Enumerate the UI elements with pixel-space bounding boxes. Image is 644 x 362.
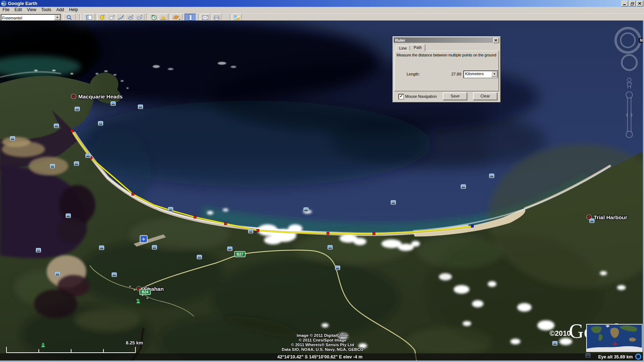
mouse-navigation-label: Mouse Navigation xyxy=(405,94,437,98)
checkmark-icon: ✓ xyxy=(399,94,403,98)
photo-icon[interactable] xyxy=(328,245,333,249)
svg-text:Data SIO, NOAA, U.S. Navy, NGA: Data SIO, NOAA, U.S. Navy, NGA, GEBCO xyxy=(282,347,363,352)
image-overlay-icon xyxy=(128,15,133,20)
planets-button[interactable] xyxy=(171,14,182,21)
add-polygon-button[interactable] xyxy=(107,14,116,21)
path-vertex[interactable] xyxy=(373,233,375,235)
photo-icon[interactable] xyxy=(36,248,41,252)
photo-icon[interactable] xyxy=(168,207,173,211)
sunlight-button[interactable] xyxy=(158,14,168,21)
minimize-button[interactable] xyxy=(621,1,628,6)
search-dropdown-arrow-icon[interactable]: ▼ xyxy=(54,15,60,20)
photo-icon[interactable] xyxy=(489,174,494,178)
photo-icon[interactable] xyxy=(85,153,91,158)
path-vertex[interactable] xyxy=(194,216,196,219)
add-path-button[interactable] xyxy=(116,14,126,21)
photo-icon[interactable] xyxy=(99,246,104,250)
photo-icon[interactable] xyxy=(152,245,157,249)
photo-icon[interactable] xyxy=(138,105,143,109)
placemark-macquarie-heads[interactable]: Macquarie Heads xyxy=(71,93,123,100)
photo-icon[interactable] xyxy=(10,136,15,141)
photo-icon[interactable] xyxy=(54,124,59,128)
units-selected: Kilometers xyxy=(465,72,484,76)
path-vertex[interactable] xyxy=(257,229,259,232)
view-in-google-maps-button[interactable] xyxy=(232,14,242,21)
mouse-navigation-checkbox[interactable]: ✓ xyxy=(398,94,404,100)
photo-icon[interactable] xyxy=(461,184,466,189)
photo-icon[interactable] xyxy=(335,266,340,270)
menu-edit[interactable]: Edit xyxy=(12,7,24,13)
photo-icon[interactable] xyxy=(197,255,202,259)
photo-icon[interactable] xyxy=(98,121,103,125)
search-icon xyxy=(66,15,72,20)
historical-imagery-button[interactable] xyxy=(149,14,159,21)
ruler-dialog-title: Ruler xyxy=(395,38,405,42)
photo-icon[interactable] xyxy=(304,207,309,212)
close-button[interactable] xyxy=(636,1,643,6)
add-placemark-button[interactable] xyxy=(97,14,107,21)
route-shield-b27: B27 xyxy=(235,252,245,257)
tab-path[interactable]: Path xyxy=(410,44,425,51)
google-maps-icon xyxy=(234,15,240,20)
toggle-sidebar-button[interactable] xyxy=(84,14,94,21)
title-bar[interactable]: Google Earth xyxy=(0,0,644,7)
print-button[interactable] xyxy=(212,14,221,21)
path-vertex[interactable] xyxy=(327,232,329,235)
photo-icon[interactable] xyxy=(75,107,80,111)
path-vertex[interactable] xyxy=(132,193,134,196)
add-image-overlay-button[interactable] xyxy=(125,14,135,21)
path-end-vertex[interactable] xyxy=(471,225,474,228)
tab-line[interactable]: Line xyxy=(396,45,410,51)
path-vertex[interactable] xyxy=(71,130,73,132)
email-button[interactable] xyxy=(200,14,210,21)
ruler-dialog[interactable]: Ruler Line Path Measure the distance bet… xyxy=(393,36,501,102)
restore-button[interactable] xyxy=(629,1,636,6)
menu-tools[interactable]: Tools xyxy=(39,7,54,13)
clear-button[interactable]: Clear xyxy=(473,92,497,100)
length-label: Length: xyxy=(407,72,420,76)
close-icon xyxy=(638,2,641,5)
ruler-button[interactable] xyxy=(185,14,196,21)
ruler-close-button[interactable] xyxy=(493,38,499,43)
route-shield-b24: B24 xyxy=(140,289,150,295)
overview-map[interactable] xyxy=(587,324,642,352)
placemark-label: Trial Harbour xyxy=(594,214,627,220)
svg-text:© 2011 Whereis® Sensis Pty Ltd: © 2011 Whereis® Sensis Pty Ltd xyxy=(291,343,354,347)
photo-icon[interactable] xyxy=(248,229,253,233)
photo-icon[interactable] xyxy=(227,247,232,251)
svg-text:B24: B24 xyxy=(142,290,149,294)
placemark-label: Macquarie Heads xyxy=(78,93,122,100)
polygon-icon xyxy=(109,15,115,20)
streaming-indicator-icon xyxy=(636,354,641,359)
airport-icon[interactable]: ✈ xyxy=(140,235,147,243)
menu-file[interactable]: File xyxy=(0,7,12,13)
menu-view[interactable]: View xyxy=(24,7,39,13)
photo-icon[interactable] xyxy=(74,161,79,166)
map-canvas[interactable]: ✈ Macquarie HeadsStrahanTrial Harbour B2… xyxy=(0,20,644,362)
photo-icon[interactable] xyxy=(111,101,116,106)
menu-help[interactable]: Help xyxy=(66,7,80,13)
close-icon xyxy=(495,39,497,42)
path-vertex[interactable] xyxy=(224,223,227,225)
google-earth-logo-icon xyxy=(1,1,6,6)
ruler-dialog-titlebar[interactable]: Ruler xyxy=(394,37,500,43)
photo-icon[interactable] xyxy=(391,200,396,205)
photo-icon[interactable] xyxy=(55,272,60,276)
satellite-map[interactable]: ✈ Macquarie HeadsStrahanTrial Harbour B2… xyxy=(0,20,644,362)
record-tour-button[interactable] xyxy=(135,14,144,21)
units-dropdown-arrow-icon[interactable]: ▼ xyxy=(491,71,497,77)
photo-icon[interactable] xyxy=(66,214,71,218)
minimize-icon xyxy=(623,2,626,5)
photo-icon[interactable] xyxy=(50,164,55,168)
photo-icon[interactable] xyxy=(112,272,117,277)
ruler-description: Measure the distance between multiple po… xyxy=(397,53,497,57)
search-input[interactable] xyxy=(1,15,53,20)
menu-add[interactable]: Add xyxy=(54,7,66,13)
status-coordinates: 42°14'10.42" S 145°10'00.62" E elev -4 m xyxy=(277,354,362,359)
search-button[interactable] xyxy=(63,14,75,21)
save-button[interactable]: Save xyxy=(443,92,467,100)
photo-icon[interactable] xyxy=(552,341,557,345)
clock-icon xyxy=(151,15,157,20)
units-dropdown[interactable]: Kilometers ▼ xyxy=(463,70,498,78)
sun-icon xyxy=(160,15,166,20)
